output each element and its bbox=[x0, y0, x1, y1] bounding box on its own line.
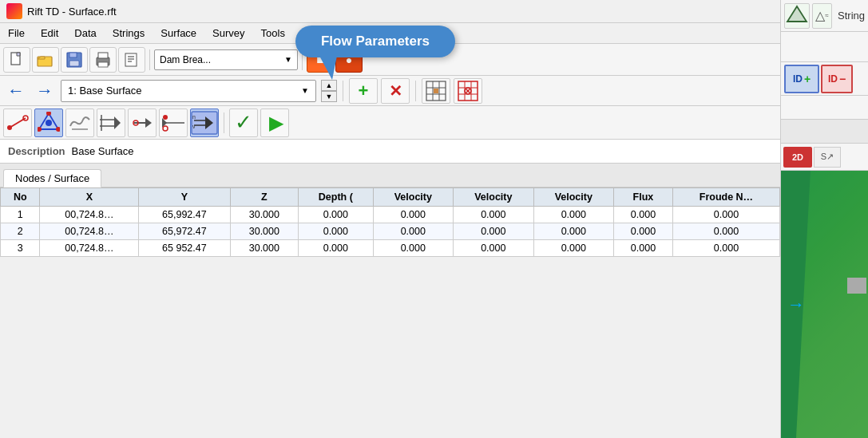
menu-data[interactable]: Data bbox=[66, 26, 104, 41]
map-2d-button[interactable]: 2D bbox=[783, 147, 812, 168]
col-z: Z bbox=[230, 188, 298, 207]
col-flux: Flux bbox=[614, 188, 673, 207]
table-cell: 0.000 bbox=[672, 223, 779, 240]
right-toolbar-tools: ID + ID − bbox=[781, 62, 868, 96]
table-cell: 0.000 bbox=[454, 240, 533, 257]
separator4 bbox=[415, 81, 416, 101]
svg-point-30 bbox=[46, 120, 52, 126]
new-doc-button[interactable] bbox=[3, 47, 30, 73]
tool-node-button[interactable] bbox=[34, 109, 63, 137]
open-button[interactable] bbox=[32, 47, 59, 73]
col-vel1: Velocity bbox=[373, 188, 453, 207]
svg-rect-6 bbox=[98, 53, 108, 58]
right-desc-spacer bbox=[781, 96, 868, 120]
tool-flow3-button[interactable] bbox=[159, 109, 188, 137]
scenario-dropdown-value: Dam Brea... bbox=[160, 54, 211, 65]
menu-tools[interactable]: Tools bbox=[253, 26, 293, 41]
table-cell: 65,972.47 bbox=[139, 223, 230, 240]
up-btn[interactable]: ▲ bbox=[321, 80, 337, 91]
tooltip-text: Flow Parameters bbox=[321, 34, 430, 49]
map-s-button[interactable]: S↗ bbox=[814, 147, 841, 168]
forward-button[interactable]: → bbox=[32, 79, 57, 103]
table-cell: 0.000 bbox=[614, 207, 673, 223]
right-poly-button[interactable] bbox=[784, 3, 810, 29]
grid-btn2[interactable] bbox=[454, 78, 482, 104]
description-label: Description bbox=[8, 145, 65, 157]
data-table-container: No X Y Z Depth ( Velocity Velocity Veloc… bbox=[0, 187, 780, 438]
grid-btn1[interactable] bbox=[422, 78, 450, 104]
tab-bar: Nodes / Surface bbox=[0, 164, 780, 187]
table-cell: 0.000 bbox=[533, 240, 613, 257]
edit-button[interactable] bbox=[118, 47, 145, 73]
tools-toolbar: nv ✓ ▶ bbox=[0, 106, 780, 140]
nodes-surface-tab[interactable]: Nodes / Surface bbox=[3, 169, 101, 187]
separator1 bbox=[149, 49, 150, 70]
svg-text:n: n bbox=[192, 114, 196, 120]
tool-flow2-button[interactable] bbox=[128, 109, 157, 137]
menu-survey[interactable]: Survey bbox=[204, 26, 252, 41]
menu-surface[interactable]: Surface bbox=[153, 26, 204, 41]
col-froude: Froude N… bbox=[672, 188, 779, 207]
right-id-red-button[interactable]: ID − bbox=[821, 65, 853, 93]
svg-marker-40 bbox=[145, 118, 152, 128]
table-cell: 0.000 bbox=[533, 207, 613, 223]
map-scroll-thumb[interactable] bbox=[847, 278, 866, 294]
app-icon bbox=[6, 3, 22, 19]
right-toolbar-mid bbox=[781, 32, 868, 62]
right-id-red-label: ID bbox=[828, 73, 838, 85]
table-cell: 0.000 bbox=[614, 223, 673, 240]
table-cell: 2 bbox=[1, 223, 40, 240]
svg-text:v: v bbox=[192, 124, 196, 129]
table-cell: 0.000 bbox=[672, 207, 779, 223]
col-x: X bbox=[40, 188, 139, 207]
table-header-row: No X Y Z Depth ( Velocity Velocity Veloc… bbox=[1, 188, 780, 207]
right-tab-spacer bbox=[781, 120, 868, 144]
table-cell: 0.000 bbox=[672, 240, 779, 257]
right-delta-button[interactable]: △≈ bbox=[812, 3, 832, 29]
tool-flow4-button[interactable]: nv bbox=[190, 109, 219, 137]
table-cell: 3 bbox=[1, 240, 40, 257]
nav-toolbar: ← → 1: Base Surface ▼ ▲ ▼ + ✕ bbox=[0, 76, 780, 106]
menu-edit[interactable]: Edit bbox=[33, 26, 66, 41]
back-button[interactable]: ← bbox=[3, 79, 29, 103]
table-body: 100,724.8…65,992.4730.0000.0000.0000.000… bbox=[1, 207, 780, 257]
tool-flow1-button[interactable] bbox=[97, 109, 125, 137]
menu-strings[interactable]: Strings bbox=[105, 26, 153, 41]
table-cell: 00,724.8… bbox=[40, 223, 139, 240]
updown-arrows[interactable]: ▲ ▼ bbox=[321, 80, 337, 102]
tool-wave-button[interactable] bbox=[65, 109, 94, 137]
table-cell: 0.000 bbox=[299, 240, 374, 257]
add-surface-button[interactable]: + bbox=[349, 78, 378, 104]
main-content: Rift TD - Surface.rft File Edit Data Str… bbox=[0, 0, 780, 438]
menu-file[interactable]: File bbox=[0, 26, 33, 41]
surface-dropdown-arrow: ▼ bbox=[301, 86, 309, 95]
svg-rect-3 bbox=[69, 53, 77, 57]
table-cell: 0.000 bbox=[533, 223, 613, 240]
check-button[interactable]: ✓ bbox=[229, 109, 258, 137]
down-btn[interactable]: ▼ bbox=[321, 91, 337, 102]
table-row: 200,724.8…65,972.4730.0000.0000.0000.000… bbox=[1, 223, 780, 240]
table-cell: 00,724.8… bbox=[40, 207, 139, 223]
table-row: 100,724.8…65,992.4730.0000.0000.0000.000… bbox=[1, 207, 780, 223]
description-bar: Description Base Surface bbox=[0, 140, 780, 164]
right-id-blue-button[interactable]: ID + bbox=[784, 65, 819, 93]
tool-line-button[interactable] bbox=[3, 109, 32, 137]
save-button[interactable] bbox=[61, 47, 88, 73]
table-cell: 00,724.8… bbox=[40, 240, 139, 257]
map-mode-bar: 2D S↗ bbox=[781, 144, 868, 171]
print-button[interactable] bbox=[89, 47, 117, 73]
svg-rect-4 bbox=[69, 61, 79, 66]
table-cell: 30.000 bbox=[230, 223, 298, 240]
delete-surface-button[interactable]: ✕ bbox=[381, 78, 410, 104]
table-cell: 0.000 bbox=[373, 240, 453, 257]
table-cell: 0.000 bbox=[454, 207, 533, 223]
svg-rect-17 bbox=[434, 89, 438, 93]
table-cell: 0.000 bbox=[299, 223, 374, 240]
svg-marker-37 bbox=[114, 116, 121, 129]
title-bar: Rift TD - Surface.rft bbox=[0, 0, 780, 23]
right-panel: △≈ String ID + ID − 2D S↗ → bbox=[780, 0, 868, 438]
play-button[interactable]: ▶ bbox=[260, 109, 289, 137]
surface-dropdown[interactable]: 1: Base Surface ▼ bbox=[61, 80, 316, 102]
scenario-dropdown[interactable]: Dam Brea... ▼ bbox=[154, 49, 298, 70]
col-vel3: Velocity bbox=[533, 188, 613, 207]
